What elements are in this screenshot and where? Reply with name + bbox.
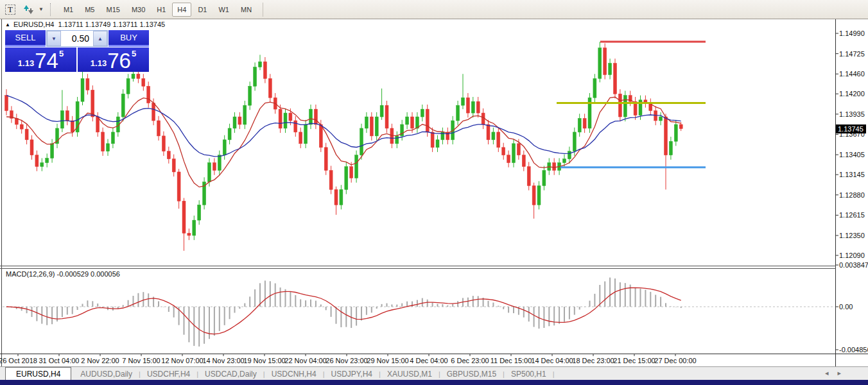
sell-price-display[interactable]: 1.13 74 5 [5,47,76,72]
tab-usdcad-daily[interactable]: USDCAD,Daily [198,368,263,380]
timeframe-button-h1[interactable]: H1 [152,3,171,17]
tab-scroll-right-icon[interactable]: ▸ [837,369,850,377]
macd-separator-bottom[interactable] [0,268,836,269]
tab-usdcnh-h4[interactable]: USDCNH,H4 [265,368,323,380]
tab-gbpusd-m15[interactable]: GBPUSD,M15 [440,368,503,380]
timeframe-button-m30[interactable]: M30 [126,3,150,17]
sell-button[interactable]: SELL [5,30,46,47]
tab-usdjpy-h4[interactable]: USDJPY,H4 [325,368,379,380]
timeframe-button-mn[interactable]: MN [236,3,257,17]
tab-scroll-left-icon[interactable]: ◂ [825,369,838,377]
buy-button[interactable]: BUY [108,30,149,47]
toolbar-separator [263,3,263,17]
sell-price-prefix: 1.13 [18,58,34,68]
timeframe-button-w1[interactable]: W1 [213,3,234,17]
timeframe-button-h4[interactable]: H4 [172,3,191,17]
arrows-tool-icon [24,4,34,15]
buy-price-sup: 5 [132,49,136,58]
volume-decrease-button[interactable]: ▼ [47,31,61,46]
timeframe-button-m15[interactable]: M15 [101,3,125,17]
volume-input[interactable] [61,31,93,46]
volume-stepper: ▼ ▲ [46,30,108,47]
sell-price-big: 74 [35,51,58,71]
timeframe-button-d1[interactable]: D1 [193,3,212,17]
chevron-down-icon[interactable]: ▼ [39,6,44,12]
timeframe-button-m5[interactable]: M5 [80,3,100,17]
tab-separator: | [553,370,555,378]
tab-sp500-h1[interactable]: SP500,H1 [505,368,553,380]
buy-price-prefix: 1.13 [91,58,107,68]
tab-eurusd-h4[interactable]: EURUSD,H4 [5,367,71,381]
price-axis-border [835,19,836,366]
text-label-tool-button[interactable]: T [4,4,17,15]
mt4-window: T ▼ M1M5M15M30H1H4D1W1MN ▲ EURUSD,H4 1.1… [0,0,868,385]
chart-left-border [1,19,2,366]
toolbar: T ▼ M1M5M15M30H1H4D1W1MN [0,0,868,19]
volume-increase-button[interactable]: ▲ [93,31,107,46]
tab-scroll-arrows[interactable]: ◂▸ [825,369,850,377]
macd-separator-top[interactable] [0,266,836,266]
chart-tab-bar: EURUSD,H4AUDUSD,Daily|USDCHF,H4|USDCAD,D… [0,366,868,381]
buy-price-display[interactable]: 1.13 76 5 [78,47,149,72]
arrows-tool-button[interactable] [21,4,37,15]
sell-price-sup: 5 [59,49,64,58]
one-click-trading-panel: SELL ▼ ▲ BUY 1.13 74 5 1.13 76 5 [5,30,149,72]
tab-usdchf-h4[interactable]: USDCHF,H4 [141,368,196,380]
tab-audusd-daily[interactable]: AUDUSD,Daily [74,368,139,380]
tabs-container: EURUSD,H4AUDUSD,Daily|USDCHF,H4|USDCAD,D… [0,367,555,381]
tab-xauusd-m1[interactable]: XAUUSD,M1 [381,368,438,380]
toolbar-grip[interactable] [50,3,54,16]
timeframe-button-m1[interactable]: M1 [58,3,78,17]
buy-price-big: 76 [107,51,131,71]
timeframe-toolbar: M1M5M15M30H1H4D1W1MN [58,3,257,17]
text-tool-icon: T [5,4,15,15]
window-bottom-strip [0,380,868,385]
time-axis-border [0,354,868,354]
